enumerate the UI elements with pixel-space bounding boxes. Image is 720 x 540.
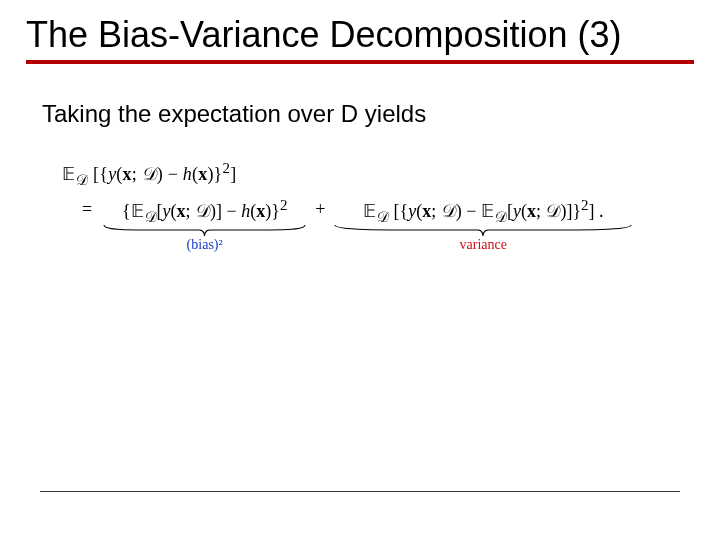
plus-sign: + bbox=[307, 197, 333, 220]
equals-sign: = bbox=[82, 197, 92, 220]
footer-rule bbox=[40, 491, 680, 492]
slide: The Bias-Variance Decomposition (3) Taki… bbox=[0, 0, 720, 540]
bias-term: {𝔼𝒟[y(x; 𝒟)] − h(x)}2 (bias)² bbox=[102, 197, 307, 254]
variance-label: variance bbox=[460, 237, 507, 253]
equation-lhs: 𝔼𝒟 [{y(x; 𝒟) − h(x)}2] bbox=[62, 160, 682, 189]
equation-lhs-text: 𝔼𝒟 [{y(x; 𝒟) − h(x)}2] bbox=[62, 164, 236, 184]
variance-term-expr: 𝔼𝒟 [{y(x; 𝒟) − 𝔼𝒟[y(x; 𝒟)]}2] . bbox=[363, 197, 603, 226]
variance-term: 𝔼𝒟 [{y(x; 𝒟) − 𝔼𝒟[y(x; 𝒟)]}2] . variance bbox=[333, 197, 633, 254]
page-title: The Bias-Variance Decomposition (3) bbox=[26, 14, 694, 64]
equation-rhs: = {𝔼𝒟[y(x; 𝒟)] − h(x)}2 (bias)² + 𝔼𝒟 [{y… bbox=[62, 197, 682, 254]
bias-term-expr: {𝔼𝒟[y(x; 𝒟)] − h(x)}2 bbox=[122, 197, 287, 226]
underbrace-icon bbox=[333, 224, 633, 238]
bias-label: (bias)² bbox=[187, 237, 223, 253]
body-text: Taking the expectation over D yields bbox=[42, 100, 426, 128]
equation-block: 𝔼𝒟 [{y(x; 𝒟) − h(x)}2] = {𝔼𝒟[y(x; 𝒟)] − … bbox=[62, 160, 682, 253]
underbrace-icon bbox=[102, 224, 307, 238]
